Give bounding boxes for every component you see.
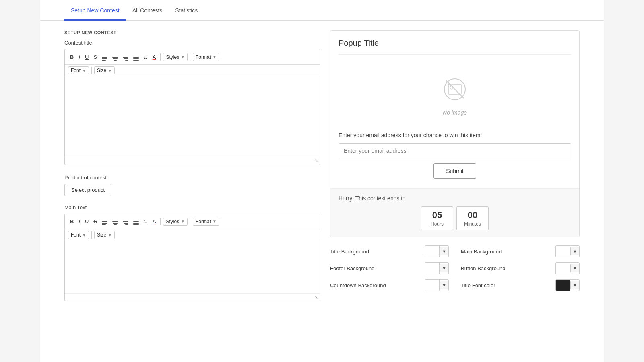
footer-background-swatch: [425, 263, 440, 274]
no-image-icon: [443, 77, 467, 106]
main-background-label: Main Background: [461, 249, 551, 255]
button-background-row: Button Background ▼: [461, 262, 580, 274]
strikethrough-button-2[interactable]: S: [91, 218, 99, 225]
product-label: Product of contest: [64, 175, 320, 181]
align-right-button-1[interactable]: [121, 52, 130, 62]
main-text-toolbar-row1: B I U S: [65, 214, 320, 229]
font-dropdown-1[interactable]: Font ▼: [68, 66, 89, 74]
tabs-bar: Setup New Contest All Contests Statistic…: [40, 0, 604, 21]
button-background-label: Button Background: [461, 265, 551, 272]
button-background-picker[interactable]: ▼: [555, 262, 580, 274]
main-background-arrow[interactable]: ▼: [570, 247, 579, 255]
format-dropdown-2[interactable]: Format ▼: [193, 218, 219, 226]
sep-3: [91, 67, 92, 74]
button-background-arrow[interactable]: ▼: [570, 264, 579, 272]
title-background-row: Title Background ▼: [330, 245, 449, 257]
email-prompt: Enter your email address for your chance…: [339, 132, 571, 138]
title-background-picker[interactable]: ▼: [425, 245, 449, 257]
countdown-background-picker[interactable]: ▼: [425, 279, 449, 291]
minutes-value: 00: [463, 210, 482, 220]
title-background-swatch: [425, 246, 440, 257]
italic-button-1[interactable]: I: [76, 53, 82, 61]
font-dropdown-2[interactable]: Font ▼: [68, 231, 89, 239]
styles-dropdown-2[interactable]: Styles ▼: [163, 218, 188, 226]
sep-4: [160, 218, 161, 225]
main-text-editor: B I U S: [64, 214, 320, 301]
popup-title: Popup Title: [339, 39, 571, 55]
format-dropdown-1[interactable]: Format ▼: [193, 53, 219, 61]
main-background-picker[interactable]: ▼: [555, 245, 580, 257]
sep-5: [190, 218, 190, 225]
no-image-text: No image: [443, 109, 467, 116]
main-background-swatch: [556, 246, 570, 257]
main-text-toolbar-row2: Font ▼ Size ▼: [65, 229, 320, 241]
footer-background-arrow[interactable]: ▼: [440, 264, 448, 272]
size-dropdown-2[interactable]: Size ▼: [94, 231, 115, 239]
hours-value: 05: [428, 210, 446, 220]
title-font-color-picker[interactable]: ▼: [555, 279, 580, 291]
right-panel: Popup Title No image Enter your email ad…: [330, 30, 580, 311]
justify-button-1[interactable]: [131, 52, 141, 62]
minutes-unit: Minutes: [463, 221, 482, 227]
submit-button[interactable]: Submit: [433, 163, 476, 179]
tab-all-contests[interactable]: All Contests: [126, 0, 169, 21]
contest-title-label: Contest title: [64, 40, 320, 46]
resize-icon-1: ⤡: [314, 158, 318, 164]
align-center-button-2[interactable]: [110, 216, 120, 226]
contest-title-toolbar-row2: Font ▼ Size ▼: [65, 65, 320, 76]
color-settings: Title Background ▼ Main Background ▼ Foo…: [330, 245, 580, 291]
align-left-button-1[interactable]: [100, 52, 109, 62]
underline-button-2[interactable]: U: [83, 218, 91, 225]
align-left-button-2[interactable]: [100, 216, 109, 226]
left-panel: SETUP NEW CONTEST Contest title B I U S: [64, 30, 320, 311]
bold-button-2[interactable]: B: [68, 218, 76, 225]
align-center-button-1[interactable]: [110, 52, 120, 62]
underline-button-1[interactable]: U: [83, 53, 91, 61]
sep-2: [190, 53, 190, 61]
countdown-label: Hurry! This contest ends in: [339, 195, 571, 202]
countdown-timers: 05 Hours 00 Minutes: [339, 206, 571, 230]
editor-resize-2[interactable]: ⤡: [65, 293, 320, 301]
email-input[interactable]: [339, 143, 571, 158]
bold-button-1[interactable]: B: [68, 53, 76, 61]
main-content: SETUP NEW CONTEST Contest title B I U S: [40, 21, 604, 321]
countdown-background-arrow[interactable]: ▼: [440, 281, 448, 289]
footer-background-picker[interactable]: ▼: [425, 262, 449, 274]
minutes-timer: 00 Minutes: [456, 206, 489, 230]
footer-background-row: Footer Background ▼: [330, 262, 449, 274]
tab-setup-new-contest[interactable]: Setup New Contest: [64, 0, 126, 21]
title-background-label: Title Background: [330, 249, 420, 255]
sep-1: [160, 53, 161, 61]
contest-title-body[interactable]: [65, 76, 320, 157]
styles-dropdown-1[interactable]: Styles ▼: [163, 53, 188, 61]
select-product-button[interactable]: Select product: [64, 184, 111, 196]
font-color-button-2[interactable]: A: [151, 218, 158, 225]
title-font-color-swatch: [556, 280, 570, 291]
title-font-color-row: Title Font color ▼: [461, 279, 580, 291]
font-color-button-1[interactable]: A: [151, 53, 158, 61]
hours-timer: 05 Hours: [421, 206, 453, 230]
contest-title-editor: B I U S: [64, 49, 320, 165]
tab-statistics[interactable]: Statistics: [169, 0, 204, 21]
title-background-arrow[interactable]: ▼: [440, 247, 448, 255]
contest-title-toolbar-row1: B I U S: [65, 49, 320, 65]
resize-icon-2: ⤡: [314, 294, 318, 300]
title-font-color-label: Title Font color: [461, 282, 551, 288]
special-char-button-1[interactable]: Ω: [142, 53, 150, 61]
size-dropdown-1[interactable]: Size ▼: [94, 66, 115, 74]
align-right-button-2[interactable]: [121, 216, 130, 226]
button-background-swatch: [556, 263, 570, 274]
special-char-button-2[interactable]: Ω: [142, 218, 150, 225]
italic-button-2[interactable]: I: [76, 218, 82, 225]
countdown-background-row: Countdown Background ▼: [330, 279, 449, 291]
justify-button-2[interactable]: [131, 216, 141, 226]
main-background-row: Main Background ▼: [461, 245, 580, 257]
preview-box: Popup Title No image Enter your email ad…: [330, 30, 580, 237]
title-font-color-arrow[interactable]: ▼: [570, 281, 579, 289]
main-text-body[interactable]: [65, 241, 320, 293]
hours-unit: Hours: [428, 221, 446, 227]
countdown-bar: Hurry! This contest ends in 05 Hours 00 …: [330, 188, 579, 237]
editor-resize-1[interactable]: ⤡: [65, 157, 320, 165]
strikethrough-button-1[interactable]: S: [91, 53, 99, 61]
countdown-background-label: Countdown Background: [330, 282, 420, 288]
